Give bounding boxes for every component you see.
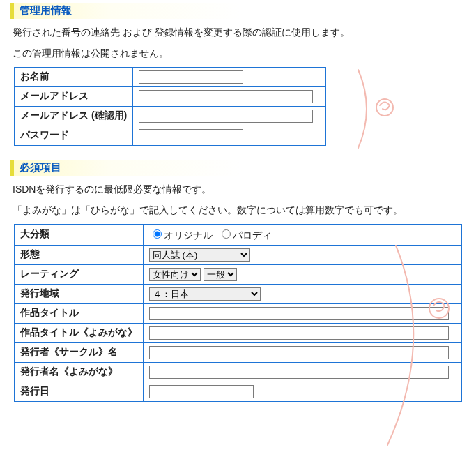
table-row: 発行地域 ４：日本 <box>15 284 462 303</box>
date-field[interactable] <box>149 385 254 398</box>
admin-info-table: お名前 メールアドレス メールアドレス (確認用) パスワード <box>14 67 326 146</box>
table-row: 作品タイトル《よみがな》 <box>15 323 462 342</box>
mail-confirm-field[interactable] <box>139 110 313 123</box>
admin-intro-1: 発行された番号の連絡先 および 登録情報を変更する際の認証に使用します。 <box>13 24 466 40</box>
label-name: お名前 <box>15 67 133 86</box>
table-row: パスワード <box>15 126 326 145</box>
label-mail: メールアドレス <box>15 86 133 106</box>
label-mail-confirm: メールアドレス (確認用) <box>15 106 133 126</box>
label-form: 形態 <box>15 245 144 264</box>
admin-intro-2: この管理用情報は公開されません。 <box>13 45 466 61</box>
table-row: お名前 <box>15 67 326 86</box>
label-rating: レーティング <box>15 264 144 284</box>
svg-point-0 <box>376 99 393 116</box>
name-field[interactable] <box>139 70 243 84</box>
label-title-yomi: 作品タイトル《よみがな》 <box>15 323 144 342</box>
title-yomi-field[interactable] <box>149 326 449 340</box>
label-publisher: 発行者《サークル》名 <box>15 342 144 362</box>
password-field[interactable] <box>139 129 243 142</box>
table-row: メールアドレス <box>15 86 326 106</box>
label-category: 大分類 <box>15 224 144 245</box>
radio-parody[interactable] <box>222 229 231 239</box>
section-heading-admin: 管理用情報 <box>10 3 330 19</box>
table-row: メールアドレス (確認用) <box>15 106 326 126</box>
label-password: パスワード <box>15 126 133 145</box>
section-heading-required: 必須項目 <box>10 160 330 176</box>
radio-parody-label[interactable]: パロディ <box>218 229 272 241</box>
radio-original-label[interactable]: オリジナル <box>149 229 215 241</box>
label-publisher-yomi: 発行者名《よみがな》 <box>15 362 144 382</box>
required-intro-1: ISDNを発行するのに最低限必要な情報です。 <box>13 181 466 197</box>
required-intro-2: 「よみがな」は「ひらがな」で記入してください。数字については算用数字でも可です。 <box>13 202 466 218</box>
table-row: 作品タイトル <box>15 303 462 323</box>
form-select[interactable]: 同人誌 (本) <box>149 248 250 262</box>
decorative-mark-1-icon <box>348 67 411 151</box>
rating-select-2[interactable]: 一般 <box>204 268 237 281</box>
label-date: 発行日 <box>15 382 144 401</box>
mail-field[interactable] <box>139 90 313 103</box>
region-select[interactable]: ４：日本 <box>149 287 261 301</box>
label-region: 発行地域 <box>15 284 144 303</box>
publisher-field[interactable] <box>149 346 449 359</box>
table-row: 発行者名《よみがな》 <box>15 362 462 382</box>
label-title: 作品タイトル <box>15 303 144 323</box>
table-row: 発行日 <box>15 382 462 401</box>
rating-select-1[interactable]: 女性向け <box>149 268 201 281</box>
table-row: 発行者《サークル》名 <box>15 342 462 362</box>
table-row: 大分類 オリジナル パロディ <box>15 224 462 245</box>
table-row: レーティング 女性向け 一般 <box>15 264 462 284</box>
title-field[interactable] <box>149 307 449 320</box>
required-items-table: 大分類 オリジナル パロディ 形態 同人誌 (本) レーティング 女性向け 一般 <box>14 224 462 402</box>
radio-original[interactable] <box>153 229 162 239</box>
table-row: 形態 同人誌 (本) <box>15 245 462 264</box>
publisher-yomi-field[interactable] <box>149 366 449 379</box>
